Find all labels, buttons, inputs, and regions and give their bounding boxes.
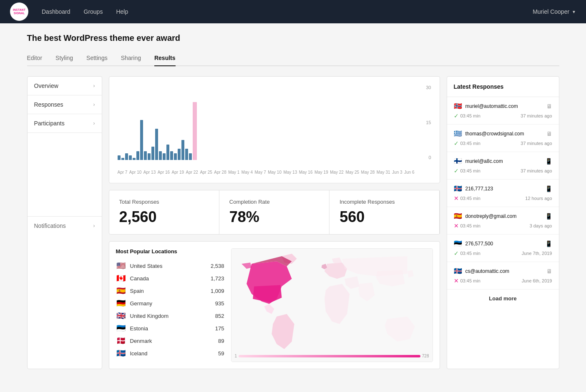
resp-flag-icon: 🇪🇸 — [454, 212, 462, 220]
response-time: June 6th, 2019 — [522, 278, 552, 283]
bar-4[interactable] — [133, 158, 136, 160]
tab-sharing[interactable]: Sharing — [121, 51, 141, 66]
response-email: muriel@a8c.com — [465, 158, 503, 164]
bar-14[interactable] — [170, 151, 173, 160]
bar-9[interactable] — [151, 147, 154, 160]
sidebar-item-responses[interactable]: Responses › — [28, 95, 102, 114]
bar-3[interactable] — [129, 155, 132, 160]
logo-text: INSTANT SIGNAL — [10, 8, 28, 15]
bar-13[interactable] — [166, 145, 169, 160]
tab-styling[interactable]: Styling — [55, 51, 73, 66]
user-name: Muriel Cooper — [533, 8, 569, 15]
response-item-0[interactable]: 🇳🇴 muriel@automattic.com 🖥 ✓ 03:45 min 3… — [447, 97, 559, 125]
bar-11[interactable] — [159, 151, 162, 160]
bar-7[interactable] — [144, 151, 147, 160]
flag-dk-icon: 🇩🇰 — [116, 336, 126, 345]
legend-min: 1 — [235, 354, 237, 358]
response-email: donotreply@gmail.com — [465, 213, 517, 219]
response-top-1: 🇬🇷 thomas@crowdsignal.com 🖥 — [454, 130, 552, 137]
device-icon: 📱 — [545, 158, 552, 165]
sidebar-item-participants[interactable]: Participants › — [28, 114, 102, 133]
response-duration: ✕ 03:45 min — [454, 195, 480, 202]
bar-15[interactable] — [174, 153, 177, 160]
location-name: United States — [130, 263, 206, 269]
status-err-icon: ✕ — [454, 277, 459, 284]
location-item-is: 🇮🇸 Iceland 59 — [116, 347, 224, 360]
tab-results[interactable]: Results — [154, 51, 176, 66]
page: The best WordPress theme ever award Edit… — [14, 23, 573, 379]
map-legend: 1 728 — [235, 354, 429, 358]
response-items: 🇳🇴 muriel@automattic.com 🖥 ✓ 03:45 min 3… — [447, 97, 559, 290]
response-email-row: 🇫🇮 muriel@a8c.com — [454, 157, 503, 165]
sidebar-item-notifications[interactable]: Notifications › — [28, 216, 102, 235]
response-item-3[interactable]: 🇮🇸 216,777,123 📱 ✕ 03:45 min 12 hours ag… — [447, 180, 559, 207]
chart-y-axis: 30 15 0 — [426, 85, 431, 160]
location-items: 🇺🇸 United States 2,538 🇨🇦 Canada 1,723 🇪… — [116, 260, 224, 360]
bar-18[interactable] — [185, 149, 188, 160]
chevron-right-icon: › — [93, 223, 95, 229]
location-count: 89 — [218, 338, 224, 344]
center-panel: 30 15 0 Apr 7 Apr 10 Apr 13 Apr 16 Apr 1… — [109, 76, 440, 369]
nav-dashboard[interactable]: Dashboard — [42, 8, 70, 15]
resp-flag-icon: 🇮🇸 — [454, 267, 462, 275]
bar-5[interactable] — [136, 151, 139, 160]
response-email-row: 🇪🇸 donotreply@gmail.com — [454, 212, 517, 220]
response-top-2: 🇫🇮 muriel@a8c.com 📱 — [454, 157, 552, 165]
status-ok-icon: ✓ — [454, 250, 459, 257]
bar-6[interactable] — [140, 120, 143, 160]
stat-incomplete: Incomplete Responses 560 — [329, 190, 439, 234]
response-item-1[interactable]: 🇬🇷 thomas@crowdsignal.com 🖥 ✓ 03:45 min … — [447, 125, 559, 152]
chart-bars-container — [118, 85, 415, 160]
bar-1[interactable] — [121, 158, 124, 160]
response-meta-2: ✓ 03:45 min 37 minutes ago — [454, 167, 552, 174]
response-email: 216,777,123 — [465, 186, 493, 192]
duration-text: 03:45 min — [460, 113, 480, 118]
response-duration: ✓ 03:45 min — [454, 140, 480, 147]
nav-help[interactable]: Help — [116, 8, 128, 15]
logo[interactable]: INSTANT SIGNAL — [10, 2, 28, 21]
response-item-4[interactable]: 🇪🇸 donotreply@gmail.com 📱 ✕ 03:45 min 3 … — [447, 207, 559, 235]
stat-completion-value: 78% — [229, 208, 319, 226]
duration-text: 03:45 min — [460, 278, 480, 283]
world-map: 1 728 — [231, 248, 433, 362]
location-count: 59 — [218, 350, 224, 357]
responses-panel: Latest Responses 🇳🇴 muriel@automattic.co… — [447, 76, 559, 369]
bar-10[interactable] — [155, 129, 158, 160]
location-name: Estonia — [130, 325, 211, 332]
response-email: cs@automattic.com — [465, 268, 510, 274]
load-more-button[interactable]: Load more — [447, 290, 559, 307]
response-duration: ✓ 03:45 min — [454, 112, 480, 119]
bar-0[interactable] — [118, 155, 121, 160]
bar-16[interactable] — [178, 149, 181, 160]
bar-17[interactable] — [181, 140, 184, 160]
device-icon: 🖥 — [546, 130, 552, 137]
location-count: 175 — [215, 325, 224, 332]
bar-2[interactable] — [125, 153, 128, 160]
resp-flag-icon: 🇫🇮 — [454, 157, 462, 165]
locations-title: Most Popular Locations — [116, 248, 224, 255]
tab-settings[interactable]: Settings — [86, 51, 108, 66]
device-icon: 📱 — [545, 185, 552, 192]
location-name: Canada — [130, 275, 206, 282]
tab-editor[interactable]: Editor — [27, 51, 43, 66]
legend-gradient-bar — [239, 355, 420, 357]
bar-8[interactable] — [148, 153, 151, 160]
sidebar-item-overview[interactable]: Overview › — [28, 77, 102, 95]
response-item-5[interactable]: 🇪🇪 276,577,500 📱 ✓ 03:45 min June 7th, 2… — [447, 235, 559, 262]
location-count: 935 — [215, 300, 224, 307]
response-email: muriel@automattic.com — [465, 103, 518, 109]
nav-groups[interactable]: Groups — [84, 8, 103, 15]
status-err-icon: ✕ — [454, 222, 459, 229]
user-menu[interactable]: Muriel Cooper ▼ — [533, 8, 576, 15]
response-item-2[interactable]: 🇫🇮 muriel@a8c.com 📱 ✓ 03:45 min 37 minut… — [447, 152, 559, 180]
response-item-6[interactable]: 🇮🇸 cs@automattic.com 🖥 ✕ 03:45 min June … — [447, 262, 559, 290]
response-top-5: 🇪🇪 276,577,500 📱 — [454, 240, 552, 247]
bar-12[interactable] — [163, 153, 166, 160]
responses-header: Latest Responses — [447, 77, 559, 97]
chart-card: 30 15 0 Apr 7 Apr 10 Apr 13 Apr 16 Apr 1… — [109, 76, 440, 183]
stat-incomplete-value: 560 — [340, 208, 429, 226]
bar-19[interactable] — [189, 153, 192, 160]
response-time: 12 hours ago — [525, 196, 552, 201]
bar-20[interactable] — [193, 102, 197, 160]
response-duration: ✕ 03:45 min — [454, 277, 480, 284]
